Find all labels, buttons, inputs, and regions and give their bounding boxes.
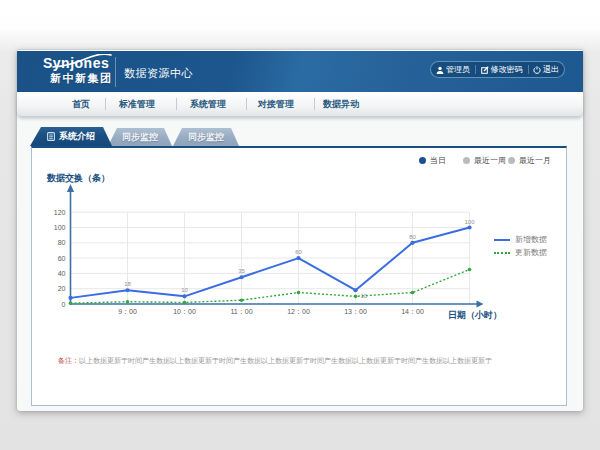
data-point bbox=[467, 225, 471, 229]
data-point bbox=[297, 291, 301, 295]
data-point bbox=[68, 296, 72, 300]
header-divider bbox=[115, 57, 116, 87]
legend-new-data-label: 新增数据 bbox=[515, 234, 547, 245]
user-menu-change-password[interactable]: 修改密码 bbox=[476, 62, 528, 77]
data-point bbox=[240, 298, 244, 302]
x-tick-label: 9：00 bbox=[118, 308, 137, 315]
legend-line-dotted-icon bbox=[494, 252, 510, 254]
legend-line-solid-icon bbox=[494, 239, 510, 241]
power-icon bbox=[533, 66, 541, 74]
edit-icon bbox=[481, 66, 489, 74]
x-tick-label: 11：00 bbox=[230, 308, 252, 315]
user-menu-logout[interactable]: 退出 bbox=[528, 62, 564, 77]
x-tick-label: 13：00 bbox=[344, 308, 367, 315]
tab-system-intro[interactable]: 系统介绍 bbox=[30, 127, 112, 146]
logo-subtext: 新中新集团 bbox=[50, 71, 113, 86]
data-point bbox=[125, 288, 129, 292]
footnote: 备注：以上数据更新于时间产生数据以上数据更新于时间产生数据以上数据更新于时间产生… bbox=[58, 356, 558, 366]
data-point-label: 35 bbox=[238, 268, 245, 274]
app-window: Synjones 新中新集团 数据资源中心 管理员 修改密码 bbox=[17, 50, 583, 411]
legend-update-data: 更新数据 bbox=[494, 246, 547, 259]
data-point bbox=[410, 241, 414, 245]
data-point bbox=[183, 301, 187, 305]
user-menu-admin[interactable]: 管理员 bbox=[431, 62, 475, 77]
legend-update-data-label: 更新数据 bbox=[515, 247, 547, 258]
nav-item-system-mgmt[interactable]: 系统管理 bbox=[190, 92, 226, 116]
nav-separator bbox=[176, 98, 177, 110]
nav-item-data-change[interactable]: 数据异动 bbox=[323, 92, 359, 116]
y-axis-arrow-icon bbox=[67, 184, 74, 192]
content-panel: 当日 最近一周 最近一月 0204060801001209：0010：0011：… bbox=[31, 146, 567, 406]
x-tick-label: 14：00 bbox=[401, 308, 424, 315]
user-menu-logout-label: 退出 bbox=[543, 64, 559, 75]
footnote-prefix: 备注： bbox=[58, 357, 79, 364]
user-menu: 管理员 修改密码 退出 bbox=[430, 61, 565, 78]
nav-separator bbox=[314, 98, 315, 110]
page-title: 数据资源中心 bbox=[124, 66, 193, 81]
y-tick-label: 20 bbox=[58, 285, 66, 292]
data-point-label: 100 bbox=[464, 219, 475, 225]
legend-new-data: 新增数据 bbox=[494, 233, 547, 246]
main-nav: 首页 标准管理 系统管理 对接管理 数据异动 bbox=[17, 92, 583, 117]
y-tick-label: 40 bbox=[58, 270, 66, 277]
data-point bbox=[69, 301, 73, 305]
tab-sync-monitor-1-label: 同步监控 bbox=[122, 132, 158, 142]
nav-item-standard-mgmt[interactable]: 标准管理 bbox=[119, 92, 155, 116]
tab-sync-monitor-1[interactable]: 同步监控 bbox=[108, 128, 172, 146]
document-icon bbox=[47, 132, 55, 141]
y-tick-label: 80 bbox=[58, 239, 66, 246]
nav-separator bbox=[246, 98, 247, 110]
data-point bbox=[411, 291, 415, 295]
data-point-label: 60 bbox=[295, 249, 302, 255]
data-point-label: 80 bbox=[409, 234, 416, 240]
y-axis-title: 数据交换（条） bbox=[46, 173, 110, 183]
data-point bbox=[354, 295, 358, 299]
y-tick-label: 60 bbox=[58, 255, 66, 262]
line-chart: 0204060801001209：0010：0011：0012：0013：001… bbox=[32, 148, 566, 406]
desktop-background: Synjones 新中新集团 数据资源中心 管理员 修改密码 bbox=[0, 0, 600, 450]
tab-system-intro-label: 系统介绍 bbox=[59, 127, 95, 145]
user-icon bbox=[436, 66, 444, 74]
x-tick-label: 10：00 bbox=[173, 308, 196, 315]
app-header: Synjones 新中新集团 数据资源中心 管理员 修改密码 bbox=[17, 50, 583, 92]
logo-swoosh-icon bbox=[51, 54, 113, 70]
chart-legend: 新增数据 更新数据 bbox=[494, 233, 547, 259]
data-point-label: 18 bbox=[124, 281, 131, 287]
nav-item-home[interactable]: 首页 bbox=[72, 92, 90, 116]
user-menu-change-password-label: 修改密码 bbox=[491, 64, 523, 75]
x-axis-arrow-icon bbox=[477, 301, 484, 308]
y-tick-label: 120 bbox=[54, 209, 66, 216]
data-point-label: 10 bbox=[181, 287, 188, 293]
data-point bbox=[468, 268, 472, 272]
nav-item-interface-mgmt[interactable]: 对接管理 bbox=[258, 92, 294, 116]
data-point bbox=[182, 294, 186, 298]
company-logo: Synjones 新中新集团 bbox=[43, 54, 115, 90]
tab-sync-monitor-2-label: 同步监控 bbox=[188, 132, 224, 142]
data-point bbox=[126, 300, 130, 304]
footnote-text: 以上数据更新于时间产生数据以上数据更新于时间产生数据以上数据更新于时间产生数据以… bbox=[79, 357, 492, 364]
data-point bbox=[239, 275, 243, 279]
x-tick-label: 12：00 bbox=[287, 308, 310, 315]
x-axis-title: 日期（小时） bbox=[448, 310, 502, 320]
tab-sync-monitor-2[interactable]: 同步监控 bbox=[173, 128, 239, 146]
data-point bbox=[296, 256, 300, 260]
y-tick-label: 0 bbox=[62, 301, 66, 308]
data-point bbox=[353, 288, 357, 292]
y-tick-label: 100 bbox=[54, 224, 66, 231]
nav-separator bbox=[105, 98, 106, 110]
user-menu-admin-label: 管理员 bbox=[446, 64, 470, 75]
